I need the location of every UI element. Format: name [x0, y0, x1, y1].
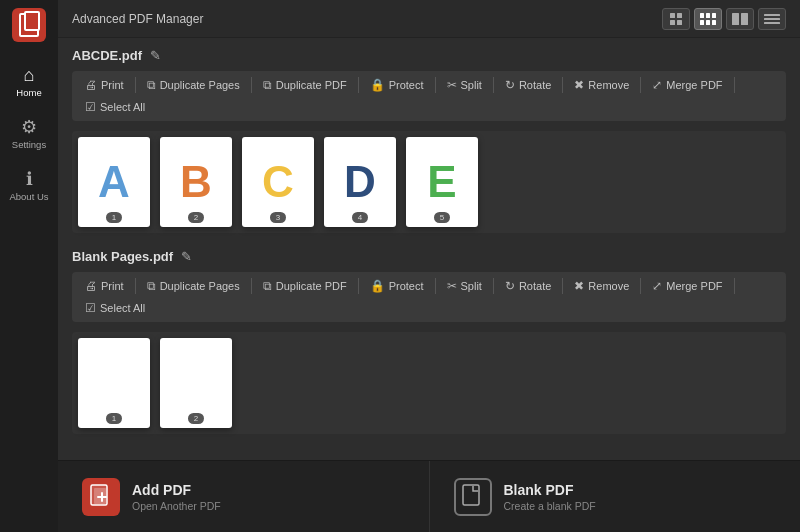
- blank-page-thumb-1[interactable]: 1: [78, 338, 150, 428]
- remove-btn-blank[interactable]: ✖ Remove: [567, 276, 636, 296]
- svg-rect-4: [700, 13, 704, 18]
- pdf-edit-icon-blank[interactable]: ✎: [181, 249, 192, 264]
- page-number-5: 5: [434, 212, 450, 223]
- view-grid-small[interactable]: [662, 8, 690, 30]
- protect-btn-blank[interactable]: 🔒 Protect: [363, 276, 431, 296]
- split-icon: ✂: [447, 78, 457, 92]
- split-btn-blank[interactable]: ✂ Split: [440, 276, 489, 296]
- page-thumb-4[interactable]: D 4: [324, 137, 396, 227]
- blank-pdf-icon: [454, 478, 492, 516]
- divider-b2: [251, 278, 252, 294]
- merge-btn-abcde[interactable]: ⤢ Merge PDF: [645, 75, 729, 95]
- sidebar-nav: ⌂ Home ⚙ Settings ℹ About Us: [0, 58, 58, 210]
- page-thumb-2[interactable]: B 2: [160, 137, 232, 227]
- duplicate-pages-btn-blank[interactable]: ⧉ Duplicate Pages: [140, 276, 247, 296]
- rotate-btn-abcde[interactable]: ↻ Rotate: [498, 75, 558, 95]
- app-logo: [12, 8, 46, 42]
- pdf-filename-abcde: ABCDE.pdf: [72, 48, 142, 63]
- merge-icon-b: ⤢: [652, 279, 662, 293]
- print-icon: 🖨: [85, 78, 97, 92]
- add-pdf-subtitle: Open Another PDF: [132, 500, 221, 512]
- svg-rect-7: [700, 20, 704, 25]
- pdf-edit-icon-abcde[interactable]: ✎: [150, 48, 161, 63]
- page-number-2: 2: [188, 212, 204, 223]
- view-grid-large[interactable]: [726, 8, 754, 30]
- divider-b1: [135, 278, 136, 294]
- split-btn-abcde[interactable]: ✂ Split: [440, 75, 489, 95]
- content-area: ABCDE.pdf ✎ 🖨 Print ⧉ Duplicate Pages ⧉ …: [58, 38, 800, 460]
- divider-b3: [358, 278, 359, 294]
- blank-pdf-text: Blank PDF Create a blank PDF: [504, 482, 596, 512]
- protect-label: Protect: [389, 79, 424, 91]
- select-all-label: Select All: [100, 101, 145, 113]
- blank-pdf-action[interactable]: Blank PDF Create a blank PDF: [430, 461, 801, 532]
- blank-page-thumb-2[interactable]: 2: [160, 338, 232, 428]
- divider-1: [135, 77, 136, 93]
- duplicate-pdf-btn-blank[interactable]: ⧉ Duplicate PDF: [256, 276, 354, 296]
- merge-btn-blank[interactable]: ⤢ Merge PDF: [645, 276, 729, 296]
- toolbar-abcde: 🖨 Print ⧉ Duplicate Pages ⧉ Duplicate PD…: [72, 71, 786, 121]
- remove-label-b: Remove: [588, 280, 629, 292]
- page-number-3: 3: [270, 212, 286, 223]
- blank-page-number-1: 1: [106, 413, 122, 424]
- svg-rect-12: [764, 14, 780, 16]
- rotate-btn-blank[interactable]: ↻ Rotate: [498, 276, 558, 296]
- protect-btn-abcde[interactable]: 🔒 Protect: [363, 75, 431, 95]
- toolbar-blank: 🖨 Print ⧉ Duplicate Pages ⧉ Duplicate PD…: [72, 272, 786, 322]
- divider-5: [493, 77, 494, 93]
- remove-icon: ✖: [574, 78, 584, 92]
- print-btn-abcde[interactable]: 🖨 Print: [78, 75, 131, 95]
- svg-rect-6: [712, 13, 716, 18]
- add-pdf-action[interactable]: Add PDF Open Another PDF: [58, 461, 430, 532]
- print-icon-b: 🖨: [85, 279, 97, 293]
- duplicate-pages-label-b: Duplicate Pages: [160, 280, 240, 292]
- divider-8: [734, 77, 735, 93]
- svg-rect-3: [677, 20, 682, 25]
- pdf-filename-blank: Blank Pages.pdf: [72, 249, 173, 264]
- svg-rect-10: [732, 13, 739, 25]
- duplicate-pdf-label-b: Duplicate PDF: [276, 280, 347, 292]
- duplicate-pdf-btn-abcde[interactable]: ⧉ Duplicate PDF: [256, 75, 354, 95]
- page-thumb-3[interactable]: C 3: [242, 137, 314, 227]
- divider-b8: [734, 278, 735, 294]
- remove-icon-b: ✖: [574, 279, 584, 293]
- view-list[interactable]: [758, 8, 786, 30]
- view-options: [662, 8, 786, 30]
- split-label: Split: [461, 79, 482, 91]
- duplicate-pages-btn-abcde[interactable]: ⧉ Duplicate Pages: [140, 75, 247, 95]
- svg-rect-11: [741, 13, 748, 25]
- page-number-1: 1: [106, 212, 122, 223]
- protect-label-b: Protect: [389, 280, 424, 292]
- duplicate-pages-icon-b: ⧉: [147, 279, 156, 293]
- page-thumb-5[interactable]: E 5: [406, 137, 478, 227]
- select-all-btn-abcde[interactable]: ☑ Select All: [78, 97, 152, 117]
- divider-4: [435, 77, 436, 93]
- home-icon: ⌂: [24, 66, 35, 84]
- merge-icon: ⤢: [652, 78, 662, 92]
- svg-rect-1: [677, 13, 682, 18]
- print-btn-blank[interactable]: 🖨 Print: [78, 276, 131, 296]
- svg-rect-0: [670, 13, 675, 18]
- remove-label: Remove: [588, 79, 629, 91]
- divider-b7: [640, 278, 641, 294]
- page-thumb-1[interactable]: A 1: [78, 137, 150, 227]
- page-number-4: 4: [352, 212, 368, 223]
- pdf-title-row-blank: Blank Pages.pdf ✎: [72, 249, 786, 264]
- blank-page-number-2: 2: [188, 413, 204, 424]
- svg-rect-19: [463, 485, 479, 505]
- pdf-title-row-abcde: ABCDE.pdf ✎: [72, 48, 786, 63]
- remove-btn-abcde[interactable]: ✖ Remove: [567, 75, 636, 95]
- sidebar-item-settings[interactable]: ⚙ Settings: [0, 110, 58, 158]
- merge-label: Merge PDF: [666, 79, 722, 91]
- divider-b4: [435, 278, 436, 294]
- view-grid-medium[interactable]: [694, 8, 722, 30]
- select-all-btn-blank[interactable]: ☑ Select All: [78, 298, 152, 318]
- add-pdf-title: Add PDF: [132, 482, 221, 498]
- sidebar-item-about[interactable]: ℹ About Us: [0, 162, 58, 210]
- blank-pdf-title: Blank PDF: [504, 482, 596, 498]
- main-area: Advanced PDF Manager: [58, 0, 800, 532]
- protect-icon: 🔒: [370, 78, 385, 92]
- rotate-label: Rotate: [519, 79, 551, 91]
- sidebar-item-home[interactable]: ⌂ Home: [0, 58, 58, 106]
- sidebar-label-home: Home: [16, 87, 41, 98]
